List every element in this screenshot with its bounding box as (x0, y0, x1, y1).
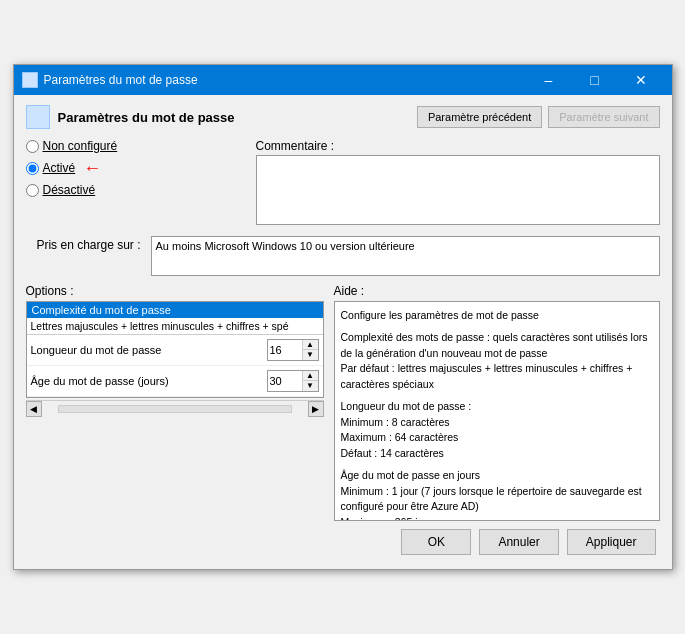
prev-button[interactable]: Paramètre précédent (417, 106, 542, 128)
title-bar-controls: – □ ✕ (526, 65, 664, 95)
radio-group: Non configuré Activé ← Désactivé (26, 139, 246, 197)
footer-buttons: OK Annuler Appliquer (26, 521, 660, 559)
hscroll-left-btn[interactable]: ◀ (26, 401, 42, 417)
age-spin-up[interactable]: ▲ (303, 371, 318, 381)
window-content: Paramètres du mot de passe Paramètre pré… (14, 95, 672, 569)
comment-panel: Commentaire : (256, 139, 660, 228)
age-label: Âge du mot de passe (jours) (31, 375, 267, 387)
ok-button[interactable]: OK (401, 529, 471, 555)
header-icon (26, 105, 50, 129)
age-spin-down[interactable]: ▼ (303, 381, 318, 391)
radio-disabled[interactable]: Désactivé (26, 183, 246, 197)
length-spinner[interactable]: 16 ▲ ▼ (267, 339, 319, 361)
radio-active[interactable]: Activé ← (26, 159, 246, 177)
radio-not-configured-input[interactable] (26, 140, 39, 153)
header-buttons: Paramètre précédent Paramètre suivant (417, 106, 660, 128)
length-row: Longueur du mot de passe 16 ▲ ▼ (27, 335, 323, 366)
apply-button[interactable]: Appliquer (567, 529, 656, 555)
hscroll-track[interactable] (58, 405, 292, 413)
radio-not-configured-label: Non configuré (43, 139, 118, 153)
age-spinner[interactable]: 30 ▲ ▼ (267, 370, 319, 392)
supported-section: Pris en charge sur : Au moins Microsoft … (26, 236, 660, 276)
next-button[interactable]: Paramètre suivant (548, 106, 659, 128)
header-row: Paramètres du mot de passe Paramètre pré… (26, 105, 660, 129)
length-spin-down[interactable]: ▼ (303, 350, 318, 360)
radio-disabled-label: Désactivé (43, 183, 96, 197)
complexity-sub: Lettres majuscules + lettres minuscules … (27, 318, 323, 335)
options-label: Options : (26, 284, 324, 298)
comment-label: Commentaire : (256, 139, 660, 153)
radio-disabled-input[interactable] (26, 184, 39, 197)
radio-active-label: Activé (43, 161, 76, 175)
length-label: Longueur du mot de passe (31, 344, 267, 356)
supported-value: Au moins Microsoft Windows 10 ou version… (151, 236, 660, 276)
age-row: Âge du mot de passe (jours) 30 ▲ ▼ (27, 366, 323, 397)
complexity-header: Complexité du mot de passe (27, 302, 323, 318)
options-help-row: Options : Complexité du mot de passe Let… (26, 284, 660, 521)
help-label: Aide : (334, 284, 660, 298)
cancel-button[interactable]: Annuler (479, 529, 558, 555)
window-title: Paramètres du mot de passe (44, 73, 526, 87)
age-input[interactable]: 30 (268, 371, 302, 391)
active-arrow: ← (83, 159, 101, 177)
comment-textarea[interactable] (256, 155, 660, 225)
maximize-button[interactable]: □ (572, 65, 618, 95)
options-hscrollbar[interactable]: ◀ ▶ (26, 400, 324, 416)
hscroll-right-btn[interactable]: ▶ (308, 401, 324, 417)
radio-panel: Non configuré Activé ← Désactivé (26, 139, 246, 228)
window-icon (22, 72, 38, 88)
length-spin-col: ▲ ▼ (302, 340, 318, 360)
dialog-title: Paramètres du mot de passe (58, 110, 409, 125)
title-bar: Paramètres du mot de passe – □ ✕ (14, 65, 672, 95)
length-spin-up[interactable]: ▲ (303, 340, 318, 350)
age-spin-col: ▲ ▼ (302, 371, 318, 391)
options-column: Options : Complexité du mot de passe Let… (26, 284, 324, 521)
supported-label: Pris en charge sur : (26, 238, 141, 252)
radio-comment-section: Non configuré Activé ← Désactivé Comment… (26, 139, 660, 228)
options-table: Complexité du mot de passe Lettres majus… (26, 301, 324, 398)
main-window: Paramètres du mot de passe – □ ✕ Paramèt… (13, 64, 673, 570)
help-panel: Configure les paramètres de mot de passe… (334, 301, 660, 521)
close-button[interactable]: ✕ (618, 65, 664, 95)
radio-not-configured[interactable]: Non configuré (26, 139, 246, 153)
length-input[interactable]: 16 (268, 340, 302, 360)
radio-active-input[interactable] (26, 162, 39, 175)
help-column: Aide : Configure les paramètres de mot d… (334, 284, 660, 521)
minimize-button[interactable]: – (526, 65, 572, 95)
